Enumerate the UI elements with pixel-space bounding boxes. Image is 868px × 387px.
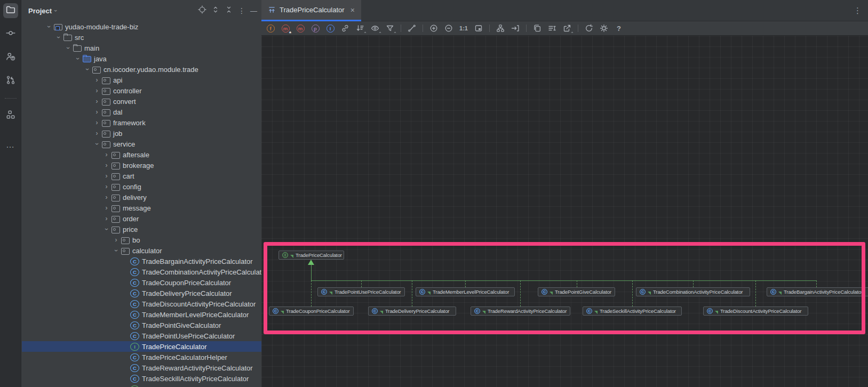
- tree-item-trade-price-calculator[interactable]: ›ITradePriceCalculator: [22, 341, 261, 352]
- locate-file-icon[interactable]: [198, 5, 206, 16]
- tree-item[interactable]: ›CTradeSeckillActivityPriceCalculator: [22, 373, 261, 384]
- chevron-icon[interactable]: ›: [102, 204, 111, 212]
- chevron-icon[interactable]: ›: [74, 54, 82, 63]
- tree-item[interactable]: ›order: [22, 213, 261, 224]
- chevron-icon[interactable]: ›: [103, 225, 110, 234]
- tree-item[interactable]: ›framework: [22, 117, 261, 128]
- apply-layout-button[interactable]: [496, 23, 505, 33]
- tree-item[interactable]: ›api: [22, 75, 261, 85]
- pull-request-tool-button[interactable]: [3, 74, 18, 88]
- filter-icon[interactable]: [385, 23, 395, 33]
- chevron-icon[interactable]: ›: [92, 130, 101, 137]
- properties-toggle-button[interactable]: p: [310, 23, 320, 33]
- tree-item[interactable]: ›config: [22, 181, 261, 192]
- tree-item[interactable]: ›CTradePointUsePriceCalculator: [22, 330, 261, 341]
- tree-item[interactable]: ›dal: [22, 107, 261, 117]
- tree-item[interactable]: ›cn.iocoder.yudao.module.trade: [22, 64, 261, 75]
- chevron-icon[interactable]: ›: [102, 172, 111, 180]
- tree-item[interactable]: ›CTradePointGiveCalculator: [22, 320, 261, 330]
- settings-gear-icon[interactable]: [599, 23, 609, 33]
- inner-classes-toggle-button[interactable]: I: [325, 23, 335, 33]
- tree-item[interactable]: ›main: [22, 43, 261, 53]
- methods-toggle-button[interactable]: m: [296, 23, 305, 33]
- chevron-icon[interactable]: ›: [92, 76, 101, 84]
- tree-item[interactable]: ›bo: [22, 235, 261, 245]
- methods-icon: m: [297, 25, 305, 33]
- hide-panel-icon[interactable]: —: [250, 7, 257, 15]
- close-icon[interactable]: ×: [351, 6, 355, 14]
- sort-icon[interactable]: [355, 23, 365, 33]
- more-ellipsis-icon[interactable]: …: [6, 140, 15, 150]
- tree-item[interactable]: ›CTradeRewardActivityPriceCalculator: [22, 362, 261, 373]
- tree-item[interactable]: ›CTradeDeliveryPriceCalculator: [22, 288, 261, 299]
- structure-tool-button[interactable]: [3, 108, 18, 123]
- constructors-toggle-button[interactable]: m★: [281, 23, 290, 33]
- tree-item[interactable]: ›aftersale: [22, 149, 261, 160]
- tree-item-root[interactable]: ›yudao-module-trade-biz: [22, 21, 261, 32]
- chevron-icon[interactable]: ›: [112, 236, 121, 244]
- fit-content-button[interactable]: [474, 23, 483, 33]
- chevron-icon[interactable]: ›: [45, 22, 53, 31]
- edge-tool-icon[interactable]: [407, 23, 417, 33]
- tree-item[interactable]: ›CTradeDiscountActivityPriceCalculator: [22, 299, 261, 309]
- folder-icon: [6, 5, 15, 17]
- chevron-icon[interactable]: ›: [65, 44, 72, 53]
- actual-size-button[interactable]: 1:1: [459, 23, 468, 33]
- tree-item[interactable]: ›calculator: [22, 245, 261, 256]
- help-button[interactable]: ?: [614, 23, 624, 33]
- tree-item[interactable]: ›CTradePriceCalculatorHelper: [22, 352, 261, 362]
- tree-item[interactable]: ›brokerage: [22, 160, 261, 171]
- zoom-out-button[interactable]: [444, 23, 453, 33]
- chevron-icon[interactable]: ›: [92, 108, 101, 116]
- commit-tool-button[interactable]: [3, 27, 18, 42]
- chevron-icon[interactable]: ›: [102, 194, 111, 201]
- diagram-canvas[interactable]: ITradePriceCalculator CTradePointUsePric…: [261, 36, 868, 387]
- node-details-icon[interactable]: [547, 23, 557, 33]
- editor-options-kebab-icon[interactable]: ⋮: [854, 0, 862, 21]
- export-icon[interactable]: [562, 23, 572, 33]
- options-kebab-icon[interactable]: ⋮: [238, 6, 245, 15]
- chevron-down-icon[interactable]: ›: [53, 10, 59, 12]
- tree-item[interactable]: ›src: [22, 32, 261, 43]
- chevron-icon[interactable]: ›: [102, 151, 111, 158]
- chevron-icon[interactable]: ›: [113, 246, 120, 255]
- expand-all-icon[interactable]: [211, 5, 220, 16]
- package-icon: [101, 118, 110, 127]
- tree-item[interactable]: ›cart: [22, 171, 261, 181]
- tree-item[interactable]: ›service: [22, 139, 261, 149]
- fields-toggle-button[interactable]: f: [266, 23, 275, 33]
- tree-item[interactable]: ›delivery: [22, 192, 261, 203]
- project-tool-button[interactable]: [3, 3, 18, 18]
- chevron-icon[interactable]: ›: [92, 119, 101, 126]
- tab-trade-price-calculator[interactable]: TradePriceCalculator ×: [261, 0, 361, 21]
- copy-diagram-icon[interactable]: [532, 23, 542, 33]
- chevron-icon[interactable]: ›: [102, 183, 111, 190]
- panel-title[interactable]: Project: [28, 7, 52, 15]
- visibility-eye-icon[interactable]: [370, 23, 380, 33]
- chevron-icon[interactable]: ›: [93, 140, 101, 149]
- chevron-icon[interactable]: ›: [92, 98, 101, 105]
- chevron-icon[interactable]: ›: [102, 215, 111, 222]
- tree-item[interactable]: ›CTradeCombinationActivityPriceCalculato…: [22, 267, 261, 277]
- refresh-icon[interactable]: [584, 23, 594, 33]
- focus-selection-icon[interactable]: [511, 23, 520, 33]
- learn-tool-button[interactable]: [3, 50, 18, 65]
- zoom-in-button[interactable]: [429, 23, 439, 33]
- tree-item[interactable]: ›I: [22, 384, 261, 387]
- collapse-all-icon[interactable]: [225, 5, 233, 16]
- chevron-icon[interactable]: ›: [92, 87, 101, 94]
- tree-item[interactable]: ›controller: [22, 85, 261, 96]
- package-icon: [111, 214, 120, 223]
- tree-item[interactable]: ›job: [22, 128, 261, 139]
- chevron-icon[interactable]: ›: [102, 162, 111, 169]
- tree-item[interactable]: ›CTradeBargainActivityPriceCalculator: [22, 256, 261, 267]
- tree-item[interactable]: ›CTradeCouponPriceCalculator: [22, 277, 261, 288]
- tree-item[interactable]: ›price: [22, 224, 261, 235]
- tree-item[interactable]: ›java: [22, 53, 261, 64]
- tree-item[interactable]: ›message: [22, 203, 261, 213]
- tree-item[interactable]: ›CTradeMemberLevelPriceCalculator: [22, 309, 261, 320]
- chevron-icon[interactable]: ›: [55, 33, 62, 42]
- chevron-icon[interactable]: ›: [84, 65, 91, 74]
- tree-item[interactable]: ›convert: [22, 96, 261, 107]
- dependencies-link-icon[interactable]: [340, 23, 350, 33]
